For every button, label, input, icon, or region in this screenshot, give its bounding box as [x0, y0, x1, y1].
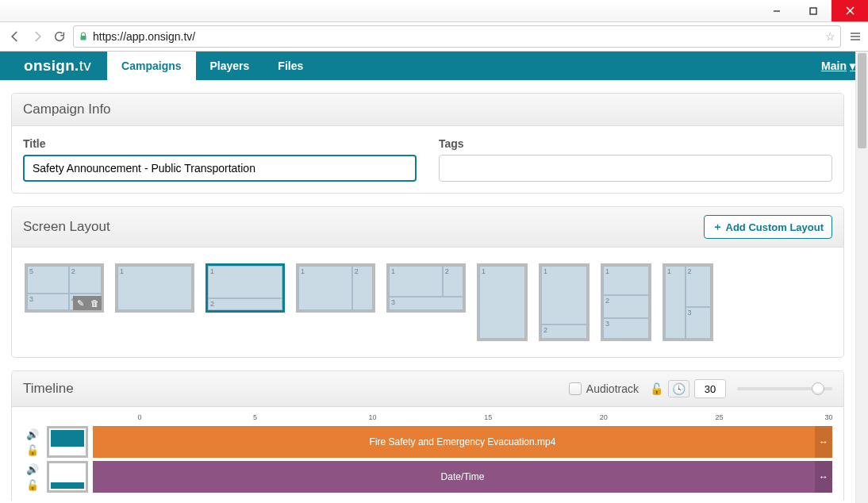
screen-layout-heading: Screen Layout	[23, 219, 110, 235]
speaker-icon[interactable]: 🔊	[26, 428, 39, 440]
trash-icon[interactable]: 🗑	[87, 296, 102, 310]
back-button[interactable]	[6, 28, 24, 45]
app-topnav: onsign.tv Campaigns Players Files Main▾	[0, 52, 868, 80]
layout-option-8[interactable]: 1 2 3	[663, 263, 713, 341]
unlock-icon[interactable]: 🔓	[650, 382, 663, 395]
layout-option-0[interactable]: 5 2 3 4 ✎🗑	[25, 263, 104, 313]
clip-resize-handle[interactable]: ↔	[815, 426, 832, 458]
edit-icon[interactable]: ✎	[73, 296, 87, 310]
add-custom-layout-button[interactable]: ＋Add Custom Layout	[704, 215, 833, 239]
chevron-down-icon: ▾	[850, 60, 855, 72]
tab-files[interactable]: Files	[263, 52, 317, 80]
nav-tabs: Campaigns Players Files	[107, 52, 317, 80]
window-minimize-button[interactable]	[759, 0, 795, 21]
url-text: https://app.onsign.tv/	[93, 30, 820, 43]
window-close-button[interactable]	[832, 0, 868, 21]
clip-1[interactable]: Date/Time ↔	[93, 461, 832, 493]
slider-handle[interactable]	[812, 382, 824, 395]
window-maximize-button[interactable]	[795, 0, 832, 21]
campaign-info-panel: Campaign Info Title Tags	[11, 93, 844, 194]
timeline-panel: Timeline Audiotrack 🔓 🕓 0 5 10 15	[11, 371, 844, 501]
layout-option-4[interactable]: 1 2 3	[386, 263, 466, 313]
lock-icon	[79, 32, 88, 41]
timeline-heading: Timeline	[23, 381, 74, 397]
screen-layout-panel: Screen Layout ＋Add Custom Layout 5 2 3 4…	[11, 206, 844, 358]
tab-campaigns[interactable]: Campaigns	[107, 52, 195, 80]
svg-rect-1	[810, 8, 816, 14]
layout-option-7[interactable]: 1 2 3	[601, 263, 651, 341]
unlock-icon[interactable]: 🔓	[26, 444, 39, 456]
unlock-icon[interactable]: 🔓	[26, 479, 39, 491]
browser-toolbar: https://app.onsign.tv/ ☆	[0, 22, 868, 51]
plus-icon: ＋	[712, 220, 723, 234]
tab-players[interactable]: Players	[196, 52, 264, 80]
campaign-info-heading: Campaign Info	[23, 102, 111, 117]
title-input[interactable]	[23, 155, 417, 182]
vertical-scrollbar[interactable]	[855, 52, 868, 503]
layout-option-1[interactable]: 1	[115, 263, 194, 313]
bookmark-star-icon[interactable]: ☆	[825, 30, 835, 43]
address-bar[interactable]: https://app.onsign.tv/ ☆	[73, 25, 841, 48]
logo[interactable]: onsign.tv	[0, 52, 107, 80]
timeline-track-0: 🔊🔓 Fire Safety and Emergency Evacuation.…	[23, 426, 832, 458]
clip-0[interactable]: Fire Safety and Emergency Evacuation.mp4…	[93, 426, 832, 458]
layout-option-6[interactable]: 1 2	[539, 263, 590, 341]
layout-list: 5 2 3 4 ✎🗑 1 1 2	[23, 259, 832, 346]
browser-menu-button[interactable]	[846, 30, 862, 43]
tags-label: Tags	[439, 137, 832, 150]
checkbox-box	[569, 382, 582, 395]
speaker-icon[interactable]: 🔊	[26, 463, 39, 475]
tags-input[interactable]	[439, 155, 832, 182]
title-label: Title	[23, 137, 417, 150]
audiotrack-checkbox[interactable]: Audiotrack	[569, 382, 639, 395]
track-thumb-1[interactable]	[47, 461, 88, 493]
clip-label: Fire Safety and Emergency Evacuation.mp4	[370, 436, 556, 447]
clock-icon: 🕓	[668, 380, 689, 397]
scrollbar-thumb[interactable]	[858, 53, 866, 148]
audiotrack-label: Audiotrack	[586, 382, 639, 395]
forward-button[interactable]	[29, 28, 46, 45]
window-titlebar	[0, 0, 868, 22]
duration-input[interactable]	[694, 379, 726, 398]
timeline-ruler: 0 5 10 15 20 25 30	[72, 413, 832, 424]
clip-resize-handle[interactable]: ↔	[815, 461, 832, 493]
timeline-track-1: 🔊🔓 Date/Time ↔	[23, 461, 832, 493]
zoom-slider[interactable]	[737, 387, 832, 390]
user-label: Main	[821, 60, 847, 72]
layout-option-2[interactable]: 1 2	[205, 263, 285, 313]
browser-chrome: https://app.onsign.tv/ ☆	[0, 0, 868, 52]
layout-option-3[interactable]: 1 2	[296, 263, 375, 313]
clip-label: Date/Time	[441, 471, 485, 482]
layout-option-5[interactable]: 1	[477, 263, 528, 341]
reload-button[interactable]	[51, 28, 68, 45]
track-thumb-0[interactable]	[47, 426, 88, 458]
